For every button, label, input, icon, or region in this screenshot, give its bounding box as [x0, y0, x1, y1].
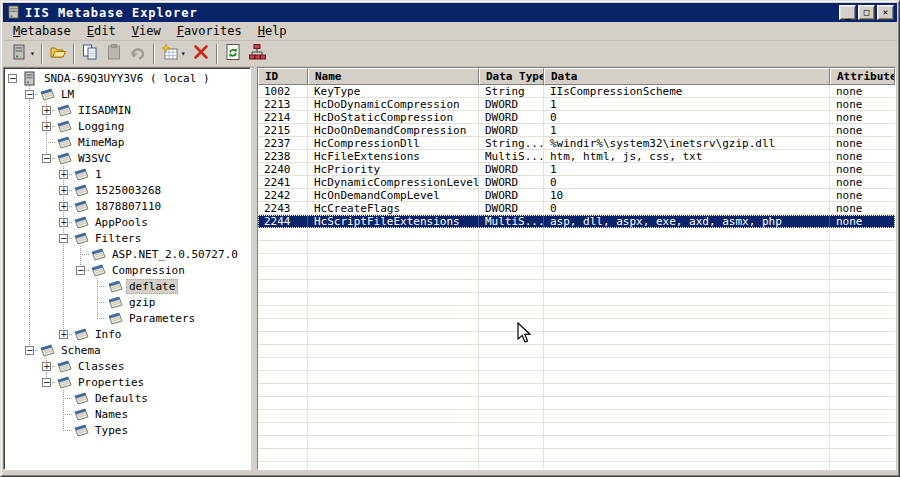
- tree-node-label[interactable]: 1: [92, 167, 105, 182]
- property-row-2238[interactable]: 2238HcFileExtensionsMultiS...htm, html, …: [258, 150, 895, 163]
- tree-node-types[interactable]: Types: [4, 422, 250, 438]
- tree-node-label[interactable]: Classes: [75, 359, 127, 374]
- menu-item-view[interactable]: View: [124, 23, 169, 39]
- undo-button[interactable]: [126, 43, 150, 65]
- tree-node-parameters[interactable]: Parameters: [4, 310, 250, 326]
- dropdown-arrow-icon[interactable]: ▾: [30, 49, 35, 58]
- maximize-button[interactable]: □: [858, 5, 875, 20]
- tree-node-1[interactable]: +1: [4, 166, 250, 182]
- tree-node-lm[interactable]: −LM: [4, 86, 250, 102]
- tree-node-label[interactable]: LM: [58, 87, 77, 102]
- tree-node-logging[interactable]: +Logging: [4, 118, 250, 134]
- tree-expander[interactable]: +: [55, 166, 72, 182]
- open-button[interactable]: [46, 43, 70, 65]
- connect-server-button[interactable]: ▾: [7, 43, 38, 65]
- column-header-id[interactable]: ID: [258, 68, 308, 85]
- tree-node-deflate[interactable]: deflate: [4, 278, 250, 294]
- tree-node-label[interactable]: Compression: [109, 263, 188, 278]
- property-row-2244[interactable]: 2244HcScriptFileExtensionsMultiS...asp, …: [258, 215, 895, 228]
- tree-node-label[interactable]: SNDA-69Q3UYY3V6 ( local ): [41, 71, 213, 86]
- tree-node-snda-69q3uyy3v6-local-[interactable]: −SNDA-69Q3UYY3V6 ( local ): [4, 70, 250, 86]
- menu-item-metabase[interactable]: Metabase: [5, 23, 79, 39]
- column-header-attributes[interactable]: Attributes: [830, 68, 895, 85]
- tree-expander[interactable]: −: [21, 342, 38, 358]
- tree-node-label[interactable]: Defaults: [92, 391, 151, 406]
- tree-node-label[interactable]: Types: [92, 423, 131, 438]
- tree-node-label[interactable]: gzip: [126, 295, 159, 310]
- tree-node-1525003268[interactable]: +1525003268: [4, 182, 250, 198]
- tree-node-label[interactable]: Properties: [75, 375, 147, 390]
- menu-item-help[interactable]: Help: [250, 23, 295, 39]
- tree-node-filters[interactable]: −Filters: [4, 230, 250, 246]
- property-row-1002[interactable]: 1002KeyTypeStringIIsCompressionSchemenon…: [258, 85, 895, 98]
- tree-node-gzip[interactable]: gzip: [4, 294, 250, 310]
- tree-node-label[interactable]: IISADMIN: [75, 103, 134, 118]
- tree-node-label[interactable]: Parameters: [126, 311, 198, 326]
- tree-node-label[interactable]: Info: [92, 327, 125, 342]
- property-row-2214[interactable]: 2214HcDoStaticCompressionDWORD0none: [258, 111, 895, 124]
- minimize-button[interactable]: _: [839, 5, 856, 20]
- tree-node-iisadmin[interactable]: +IISADMIN: [4, 102, 250, 118]
- property-row-2215[interactable]: 2215HcDoOnDemandCompressionDWORD1none: [258, 124, 895, 137]
- delete-button[interactable]: [189, 43, 213, 65]
- tree-node-info[interactable]: +Info: [4, 326, 250, 342]
- tree-node-apppools[interactable]: +AppPools: [4, 214, 250, 230]
- tree-node-defaults[interactable]: Defaults: [4, 390, 250, 406]
- property-row-2242[interactable]: 2242HcOnDemandCompLevelDWORD10none: [258, 189, 895, 202]
- tree-node-label[interactable]: AppPools: [92, 215, 151, 230]
- tree-node-names[interactable]: Names: [4, 406, 250, 422]
- copy-button[interactable]: [78, 43, 102, 65]
- tree-node-compression[interactable]: −Compression: [4, 262, 250, 278]
- tree-node-w3svc[interactable]: −W3SVC: [4, 150, 250, 166]
- menu-item-favorites[interactable]: Favorites: [169, 23, 250, 39]
- tree-node-label[interactable]: Logging: [75, 119, 127, 134]
- menu-item-edit[interactable]: Edit: [79, 23, 124, 39]
- property-row-2213[interactable]: 2213HcDoDynamicCompressionDWORD1none: [258, 98, 895, 111]
- tree-expander[interactable]: −: [38, 150, 55, 166]
- close-button[interactable]: ✕: [877, 5, 894, 20]
- tree-node-label[interactable]: Filters: [92, 231, 144, 246]
- paste-button[interactable]: [102, 43, 126, 65]
- cell-data-type: MultiS...: [479, 215, 544, 228]
- tree-expander[interactable]: −: [55, 230, 72, 246]
- tree-node-label[interactable]: 1525003268: [92, 183, 164, 198]
- tree-expander[interactable]: +: [55, 198, 72, 214]
- tree-node-label[interactable]: Schema: [58, 343, 104, 358]
- hierarchy-button[interactable]: [245, 43, 269, 65]
- column-header-data[interactable]: Data: [544, 68, 830, 85]
- tree-node-asp-net-2-0-50727-0[interactable]: ASP.NET_2.0.50727.0: [4, 246, 250, 262]
- tree-expander[interactable]: −: [72, 262, 89, 278]
- tree-expander[interactable]: +: [55, 326, 72, 342]
- title-bar[interactable]: IIS Metabase Explorer _ □ ✕: [3, 3, 897, 22]
- tree-node-label[interactable]: MimeMap: [75, 135, 127, 150]
- property-row-2243[interactable]: 2243HcCreateFlagsDWORD0none: [258, 202, 895, 215]
- cell-attributes: none: [830, 163, 895, 176]
- column-header-data-type[interactable]: Data Type: [479, 68, 544, 85]
- tree-expander[interactable]: −: [4, 70, 21, 86]
- tree-node-properties[interactable]: −Properties: [4, 374, 250, 390]
- tree-node-label[interactable]: deflate: [126, 279, 178, 294]
- tree-node-schema[interactable]: −Schema: [4, 342, 250, 358]
- tree-expander[interactable]: +: [55, 182, 72, 198]
- tree-guide: [21, 390, 38, 406]
- tree-node-classes[interactable]: +Classes: [4, 358, 250, 374]
- tree-node-mimemap[interactable]: MimeMap: [4, 134, 250, 150]
- property-row-2240[interactable]: 2240HcPriorityDWORD1none: [258, 163, 895, 176]
- tree-node-1878807110[interactable]: +1878807110: [4, 198, 250, 214]
- refresh-button[interactable]: [221, 43, 245, 65]
- tree-expander[interactable]: −: [21, 86, 38, 102]
- tree-expander[interactable]: +: [38, 118, 55, 134]
- tree-expander[interactable]: +: [38, 102, 55, 118]
- property-row-2241[interactable]: 2241HcDynamicCompressionLevelDWORD0none: [258, 176, 895, 189]
- tree-node-label[interactable]: ASP.NET_2.0.50727.0: [109, 247, 241, 262]
- tree-node-label[interactable]: W3SVC: [75, 151, 114, 166]
- tree-expander[interactable]: −: [38, 374, 55, 390]
- new-key-button[interactable]: ▾: [158, 43, 189, 65]
- tree-expander[interactable]: +: [38, 358, 55, 374]
- property-row-2237[interactable]: 2237HcCompressionDllString...%windir%\sy…: [258, 137, 895, 150]
- tree-expander[interactable]: +: [55, 214, 72, 230]
- tree-node-label[interactable]: 1878807110: [92, 199, 164, 214]
- column-header-name[interactable]: Name: [308, 68, 479, 85]
- dropdown-arrow-icon[interactable]: ▾: [181, 49, 186, 58]
- tree-node-label[interactable]: Names: [92, 407, 131, 422]
